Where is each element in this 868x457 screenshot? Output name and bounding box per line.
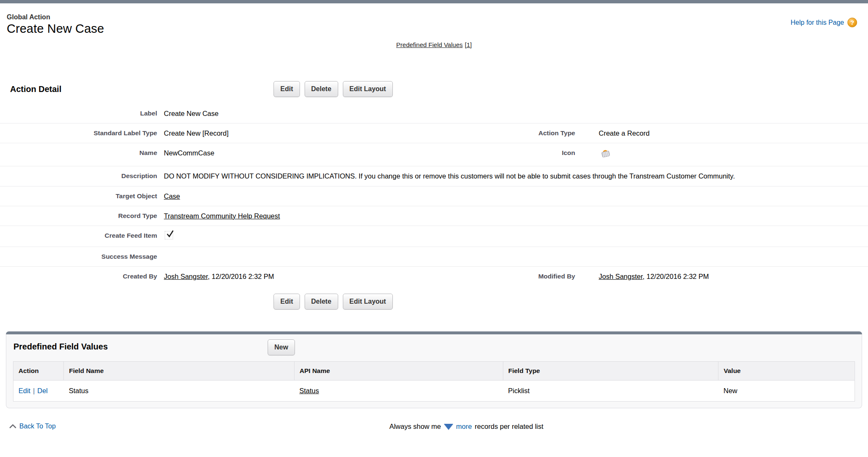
field-value: Josh Sangster, 12/20/2016 2:32 PM xyxy=(164,272,435,281)
action-cell: Edit|Del xyxy=(13,381,64,402)
records-per-related-list-text: records per related list xyxy=(475,423,543,431)
predefined-field-values-section: Predefined Field Values New Action Field… xyxy=(6,331,862,408)
field-value: DO NOT MODIFY WITHOUT CONSIDERING IMPLIC… xyxy=(164,171,868,181)
detail-row-create-feed-item: Create Feed Item xyxy=(0,226,868,247)
help-for-this-page-link[interactable]: Help for this Page xyxy=(791,19,844,26)
row-edit-link[interactable]: Edit xyxy=(18,387,30,394)
show-more-triangle-icon[interactable] xyxy=(444,424,453,430)
table-header-row: Action Field Name API Name Field Type Va… xyxy=(13,362,855,381)
column-header-value: Value xyxy=(718,362,855,381)
always-show-me-text: Always show me xyxy=(389,423,441,431)
column-header-field-type: Field Type xyxy=(503,362,718,381)
quicklinks-bar: Predefined Field Values[1] xyxy=(0,41,868,48)
field-value: Create a Record xyxy=(582,129,868,138)
new-button[interactable]: New xyxy=(268,339,295,355)
page-title-block: Global Action Create New Case xyxy=(7,13,104,36)
page-footer: Back To Top Always show me more records … xyxy=(0,422,868,434)
field-value xyxy=(164,231,435,242)
detail-row-label: Label Create New Case xyxy=(0,104,868,123)
column-header-field-name: Field Name xyxy=(64,362,295,381)
field-value: Transtream Community Help Request xyxy=(164,211,435,221)
related-list-body: Predefined Field Values New Action Field… xyxy=(6,334,862,408)
field-value: Case xyxy=(164,192,435,201)
field-value: Create New [Record] xyxy=(164,129,435,138)
detail-row-created-by: Created By Josh Sangster, 12/20/2016 2:3… xyxy=(0,266,868,286)
detail-row-success-message: Success Message xyxy=(0,247,868,266)
detail-buttons-bottom: Edit Delete Edit Layout xyxy=(0,294,767,310)
table-row: Edit|Del Status Status Picklist New xyxy=(13,381,855,402)
field-label: Action Type xyxy=(435,129,582,138)
field-label: Label xyxy=(0,109,164,118)
back-to-top-label: Back To Top xyxy=(19,423,56,430)
page-type-label: Global Action xyxy=(7,13,104,21)
column-header-api-name: API Name xyxy=(294,362,503,381)
records-per-list-control: Always show me more records per related … xyxy=(389,423,544,431)
detail-row-standard-label-type: Standard Label Type Create New [Record] … xyxy=(0,123,868,143)
row-del-link[interactable]: Del xyxy=(37,387,48,394)
predefined-field-values-table: Action Field Name API Name Field Type Va… xyxy=(13,361,855,402)
field-label: Create Feed Item xyxy=(0,231,164,242)
action-separator: | xyxy=(33,387,34,394)
more-records-link[interactable]: more xyxy=(456,423,472,431)
edit-button[interactable]: Edit xyxy=(274,294,300,310)
edit-layout-button[interactable]: Edit Layout xyxy=(343,294,393,310)
detail-row-record-type: Record Type Transtream Community Help Re… xyxy=(0,206,868,226)
back-to-top-link[interactable]: Back To Top xyxy=(9,423,56,430)
field-value: NewCommCase xyxy=(164,148,435,161)
created-by-user-link[interactable]: Josh Sangster xyxy=(164,273,208,280)
related-list-header: Predefined Field Values New xyxy=(6,334,862,360)
detail-row-name: Name NewCommCase Icon xyxy=(0,143,868,166)
field-label: Description xyxy=(0,171,164,181)
delete-button[interactable]: Delete xyxy=(305,294,338,310)
field-label: Modified By xyxy=(435,272,582,281)
quicklink-predefined-field-values[interactable]: Predefined Field Values[1] xyxy=(396,41,472,48)
column-header-action: Action xyxy=(13,362,64,381)
field-value xyxy=(164,252,435,261)
field-name-cell: Status xyxy=(64,381,295,402)
briefcase-icon xyxy=(600,148,611,161)
help-question-icon[interactable]: ? xyxy=(847,18,857,27)
field-value: Create New Case xyxy=(164,109,435,118)
field-label: Icon xyxy=(435,148,582,161)
field-label: Target Object xyxy=(0,192,164,201)
field-label: Success Message xyxy=(0,252,164,261)
help-area: Help for this Page ? xyxy=(791,18,857,27)
edit-button[interactable]: Edit xyxy=(274,81,300,97)
delete-button[interactable]: Delete xyxy=(305,81,338,97)
detail-row-target-object: Target Object Case xyxy=(0,186,868,206)
chevron-up-icon xyxy=(9,423,16,430)
created-by-datetime: , 12/20/2016 2:32 PM xyxy=(208,273,274,280)
related-list-top-bar xyxy=(6,331,862,334)
modified-by-user-link[interactable]: Josh Sangster xyxy=(599,273,643,280)
edit-layout-button[interactable]: Edit Layout xyxy=(343,81,393,97)
related-list-title: Predefined Field Values xyxy=(13,342,108,352)
checkbox-checked-icon xyxy=(165,231,173,239)
page-header: Global Action Create New Case Help for t… xyxy=(0,3,868,36)
field-label: Name xyxy=(0,148,164,161)
api-name-cell: Status xyxy=(294,381,503,402)
field-label: Record Type xyxy=(0,211,164,221)
field-value: Josh Sangster, 12/20/2016 2:32 PM xyxy=(582,272,868,281)
field-label: Standard Label Type xyxy=(0,129,164,138)
field-type-cell: Picklist xyxy=(503,381,718,402)
page-title: Create New Case xyxy=(7,21,104,36)
target-object-link[interactable]: Case xyxy=(164,192,180,200)
modified-by-datetime: , 12/20/2016 2:32 PM xyxy=(643,273,709,280)
record-type-link[interactable]: Transtream Community Help Request xyxy=(164,212,280,220)
value-cell: New xyxy=(718,381,855,402)
quicklink-count: [1] xyxy=(465,41,472,48)
detail-row-description: Description DO NOT MODIFY WITHOUT CONSID… xyxy=(0,166,868,186)
action-detail-table: Label Create New Case Standard Label Typ… xyxy=(0,104,868,286)
quicklink-label: Predefined Field Values xyxy=(396,41,463,48)
field-label: Created By xyxy=(0,272,164,281)
window-top-bar xyxy=(0,0,868,3)
api-name-link[interactable]: Status xyxy=(299,387,319,394)
detail-buttons-top: Edit Delete Edit Layout xyxy=(0,81,767,97)
field-value xyxy=(582,148,868,161)
action-detail-header: Action Detail Edit Delete Edit Layout xyxy=(0,81,868,100)
